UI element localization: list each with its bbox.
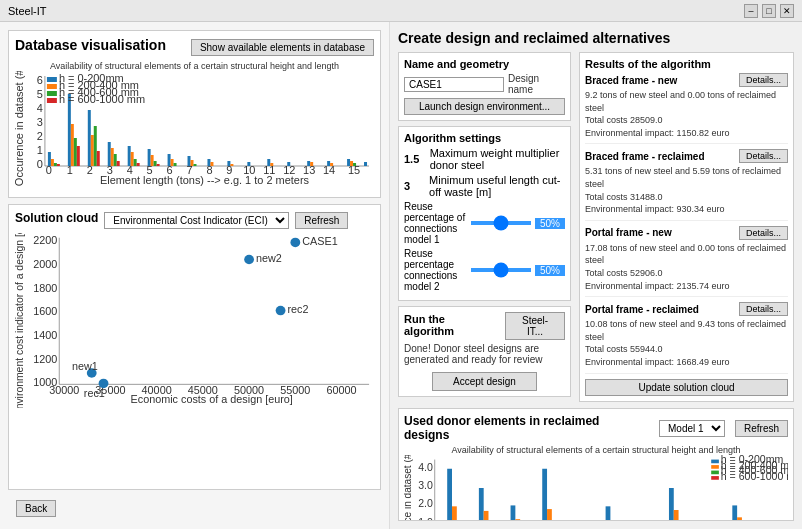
- run-btn[interactable]: Steel-IT...: [505, 312, 565, 340]
- result-header-2: Portal frame - new Details...: [585, 226, 788, 240]
- slider2-input[interactable]: [471, 268, 531, 272]
- algo-label: Algorithm settings: [404, 132, 565, 144]
- svg-rect-164: [711, 471, 719, 475]
- svg-rect-75: [47, 84, 57, 89]
- result-header-0: Braced frame - new Details...: [585, 73, 788, 87]
- donor-bar-chart: 0.0 1.0 2.0 3.0 4.0 Occurence in dataset…: [404, 455, 788, 521]
- result-text-3a: 10.08 tons of new steel and 9.43 tons of…: [585, 318, 788, 343]
- close-button[interactable]: ✕: [780, 4, 794, 18]
- svg-point-99: [290, 238, 300, 247]
- svg-text:2200: 2200: [33, 235, 57, 247]
- svg-rect-160: [711, 460, 719, 464]
- db-bar-chart: 0 1 2 3 4 5 6 Occurence in dataset (#): [15, 71, 374, 186]
- algo-value1: 1.5: [404, 153, 426, 165]
- design-config-column: Name and geometry Design name Launch des…: [398, 52, 571, 402]
- result-text-2b: Total costs 52906.0: [585, 267, 788, 280]
- donor-title: Used donor elements in reclaimed designs: [404, 414, 645, 442]
- svg-rect-133: [606, 506, 611, 521]
- left-panel: Database visualisation Show available el…: [0, 22, 390, 529]
- details-btn-3[interactable]: Details...: [739, 302, 788, 316]
- svg-text:0: 0: [46, 164, 52, 176]
- algo-row2-label: Minimum useful length cut-off waste [m]: [429, 174, 565, 198]
- svg-text:Occurence in dataset (#): Occurence in dataset (#): [15, 71, 25, 186]
- design-name-row: Design name: [404, 73, 565, 95]
- db-header: Database visualisation Show available el…: [15, 37, 374, 57]
- svg-text:3: 3: [37, 116, 43, 128]
- results-column: Results of the algorithm Braced frame - …: [579, 52, 794, 402]
- svg-text:15: 15: [348, 164, 360, 176]
- svg-text:30000: 30000: [49, 384, 79, 396]
- result-text-1b: Total costs 31488.0: [585, 191, 788, 204]
- result-text-1a: 5.31 tons of new steel and 5.59 tons of …: [585, 165, 788, 190]
- svg-rect-121: [479, 488, 484, 521]
- svg-rect-122: [484, 511, 489, 521]
- svg-rect-144: [732, 505, 737, 521]
- solution-title: Solution cloud: [15, 211, 98, 225]
- svg-text:2000: 2000: [33, 258, 57, 270]
- svg-rect-77: [47, 91, 57, 96]
- svg-rect-25: [117, 161, 120, 166]
- svg-text:2.0: 2.0: [418, 498, 433, 509]
- solution-refresh-btn[interactable]: Refresh: [295, 212, 348, 229]
- minimize-button[interactable]: –: [744, 4, 758, 18]
- algo-row2: 3 Minimum useful length cut-off waste [m…: [404, 174, 565, 198]
- svg-rect-21: [97, 151, 100, 166]
- result-text-0c: Environmental impact: 1150.82 euro: [585, 127, 788, 140]
- slider2-container: Reuse percentage connections model 2 50%: [404, 248, 565, 292]
- svg-text:1: 1: [67, 164, 73, 176]
- svg-text:1600: 1600: [33, 305, 57, 317]
- svg-text:1400: 1400: [33, 329, 57, 341]
- svg-rect-18: [88, 110, 91, 166]
- svg-rect-39: [194, 164, 197, 166]
- details-btn-2[interactable]: Details...: [739, 226, 788, 240]
- donor-model-dropdown[interactable]: Model 1: [659, 420, 725, 437]
- svg-text:0: 0: [37, 158, 43, 170]
- svg-rect-138: [669, 488, 674, 521]
- accept-design-btn[interactable]: Accept design: [432, 372, 537, 391]
- svg-rect-145: [737, 517, 742, 521]
- update-cloud-btn[interactable]: Update solution cloud: [585, 379, 788, 396]
- scatter-chart: 1000 1200 1400 1600 1800 2000 2200 Envir…: [15, 233, 374, 408]
- show-available-btn[interactable]: Show available elements in database: [191, 39, 374, 56]
- svg-rect-29: [137, 163, 140, 166]
- svg-text:2: 2: [37, 130, 43, 142]
- svg-rect-15: [71, 124, 74, 166]
- svg-text:4.0: 4.0: [418, 462, 433, 473]
- donor-refresh-btn[interactable]: Refresh: [735, 420, 788, 437]
- details-btn-0[interactable]: Details...: [739, 73, 788, 87]
- svg-rect-33: [157, 164, 160, 166]
- design-name-input[interactable]: [404, 77, 504, 92]
- svg-text:5: 5: [37, 88, 43, 100]
- title-bar: Steel-IT – □ ✕: [0, 0, 802, 22]
- result-header-3: Portal frame - reclaimed Details...: [585, 302, 788, 316]
- result-text-0a: 9.2 tons of new steel and 0.00 tons of r…: [585, 89, 788, 114]
- svg-rect-16: [74, 138, 77, 166]
- donor-chart-title: Availability of structural elements of a…: [404, 445, 788, 455]
- svg-text:2: 2: [87, 164, 93, 176]
- svg-point-103: [276, 306, 286, 315]
- svg-rect-24: [114, 154, 117, 166]
- svg-rect-117: [447, 469, 452, 521]
- top-right-area: Name and geometry Design name Launch des…: [398, 52, 794, 402]
- svg-rect-166: [711, 476, 719, 480]
- solution-dropdown[interactable]: Environmental Cost Indicator (ECI): [104, 212, 289, 229]
- result-text-1c: Environmental impact: 930.34 euro: [585, 203, 788, 216]
- donor-header: Used donor elements in reclaimed designs…: [404, 414, 788, 442]
- result-item-1: Braced frame - reclaimed Details... 5.31…: [585, 149, 788, 220]
- svg-rect-129: [547, 509, 552, 521]
- slider1-input[interactable]: [471, 221, 531, 225]
- svg-rect-13: [57, 164, 60, 166]
- svg-rect-126: [515, 519, 520, 521]
- launch-design-btn[interactable]: Launch design environment...: [404, 98, 565, 115]
- right-panel: Create design and reclaimed alternatives…: [390, 22, 802, 529]
- maximize-button[interactable]: □: [762, 4, 776, 18]
- svg-rect-139: [674, 510, 679, 521]
- svg-rect-17: [77, 146, 80, 166]
- result-title-2: Portal frame - new: [585, 227, 672, 238]
- algo-row1-label: Maximum weight multiplier donor steel: [430, 147, 565, 171]
- run-row: Run the algorithm Steel-IT...: [404, 312, 565, 340]
- svg-rect-79: [47, 98, 57, 103]
- result-header-1: Braced frame - reclaimed Details...: [585, 149, 788, 163]
- back-button[interactable]: Back: [16, 500, 56, 517]
- details-btn-1[interactable]: Details...: [739, 149, 788, 163]
